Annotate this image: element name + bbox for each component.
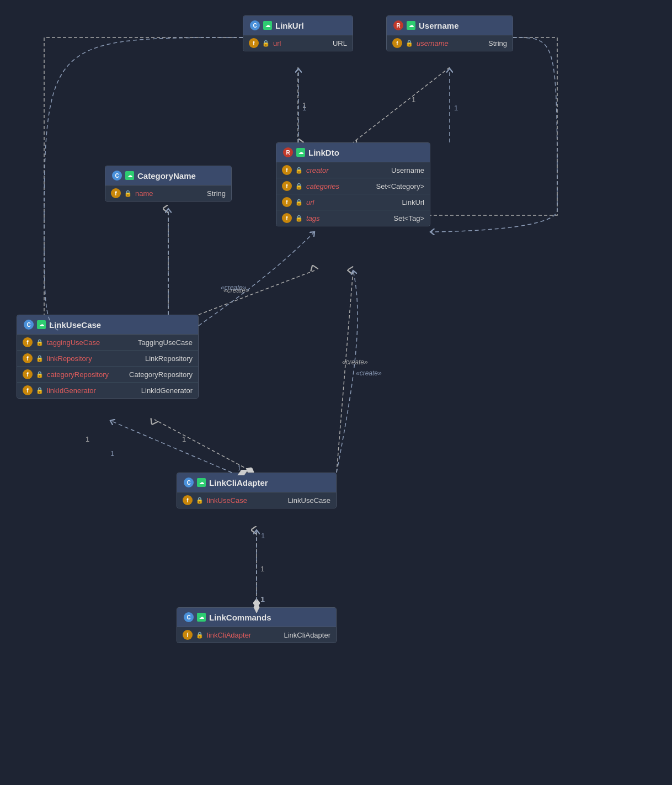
field-badge-f: f [111,188,121,198]
field-badge-f: f [23,353,33,363]
linkcli-badge-c: C [184,478,194,487]
field-type: LinkUrl [402,198,424,206]
linkusecase-badge-c: C [24,320,34,330]
field-type: LinkIdGenerator [141,386,193,395]
field-name: linkCliAdapter [207,631,251,639]
linkurl-body: f 🔒 url URL [243,35,353,51]
linkurl-box: C ☁ LinkUrl f 🔒 url URL [243,15,353,51]
field-type: Set<Tag> [393,214,424,222]
linkdto-field-categories: f 🔒 categories Set<Category> [276,178,430,194]
linkcommands-box: C ☁ LinkCommands f 🔒 linkCliAdapter Link… [177,607,337,643]
diagram-container: 1 1 «create» 1 1 «create» 1 1 C ☁ [0,0,672,785]
field-type: LinkCliAdapter [284,631,330,639]
svg-line-23 [110,421,232,473]
field-name: username [417,39,461,47]
field-lock: 🔒 [196,496,204,504]
linkusecase-field-idgen: f 🔒 linkIdGenerator LinkIdGenerator [17,383,198,398]
field-name: categories [306,182,350,190]
field-badge-f: f [282,213,292,223]
username-title: Username [419,21,459,30]
field-badge-f: f [183,495,193,505]
svg-text:1: 1 [110,449,114,458]
linkcli-title: LinkCliAdapter [209,478,268,487]
field-name: taggingUseCase [47,338,100,347]
svg-text:«create»: «create» [342,358,368,366]
linkcli-green-badge: ☁ [197,478,206,487]
field-type: Username [391,166,424,174]
linkcommands-badge-c: C [184,612,194,622]
linkdto-green-badge: ☁ [296,148,305,157]
field-name: linkIdGenerator [47,386,96,395]
linkurl-header: C ☁ LinkUrl [243,16,353,35]
field-type: CategoryRepository [129,370,193,379]
linkcommands-header: C ☁ LinkCommands [177,608,336,627]
linkusecase-field-linkrepo: f 🔒 linkRepository LinkRepository [17,351,198,367]
linkusecase-header: C ☁ LinkUseCase [17,315,198,335]
svg-text:1: 1 [86,435,89,443]
linkusecase-body: f 🔒 taggingUseCase TaggingUseCase f 🔒 li… [17,335,198,398]
field-type: LinkRepository [145,354,193,363]
field-badge-f: f [282,197,292,207]
categoryname-header: C ☁ CategoryName [105,166,231,185]
linkusecase-box: C ☁ LinkUseCase f 🔒 taggingUseCase Taggi… [17,315,199,399]
categoryname-field-name: f 🔒 name String [105,185,231,201]
svg-text:«create»: «create» [221,284,247,291]
username-badge-r: R [393,20,403,30]
svg-line-3 [353,67,450,142]
field-badge-f: f [183,630,193,640]
field-lock: 🔒 [262,39,270,47]
field-name: name [135,189,179,198]
linkcli-header: C ☁ LinkCliAdapter [177,473,336,492]
linkdto-body: f 🔒 creator Username f 🔒 categories Set<… [276,162,430,226]
linkdto-title: LinkDto [308,148,339,157]
categoryname-green-badge: ☁ [125,171,134,180]
field-badge-f: f [249,38,259,48]
svg-text:1: 1 [302,104,306,112]
field-type: LinkUseCase [288,496,330,505]
linkurl-title: LinkUrl [275,21,304,30]
username-header: R ☁ Username [387,16,513,35]
field-badge-f: f [282,165,292,175]
field-lock: 🔒 [36,370,44,378]
field-lock: 🔒 [196,631,204,639]
field-lock: 🔒 [295,182,303,190]
linkusecase-field-categoryrepo: f 🔒 categoryRepository CategoryRepositor… [17,367,198,383]
username-body: f 🔒 username String [387,35,513,51]
linkcli-field-usecase: f 🔒 linkUseCase LinkUseCase [177,492,336,508]
svg-text:1: 1 [182,435,186,443]
username-field-username: f 🔒 username String [387,35,513,51]
svg-text:1: 1 [237,464,241,472]
linkcommands-body: f 🔒 linkCliAdapter LinkCliAdapter [177,627,336,643]
field-name: url [306,198,350,206]
field-name: creator [306,166,350,174]
categoryname-title: CategoryName [137,171,196,181]
linkurl-badge-c: C [250,20,260,30]
linkcommands-field-adapter: f 🔒 linkCliAdapter LinkCliAdapter [177,627,336,643]
svg-text:«create»: «create» [223,287,249,294]
field-type: String [207,189,226,198]
field-lock: 🔒 [36,354,44,362]
linkurl-field-url: f 🔒 url URL [243,35,353,51]
linkcommands-title: LinkCommands [209,613,271,622]
linkusecase-field-tagging: f 🔒 taggingUseCase TaggingUseCase [17,335,198,351]
linkdto-badge-r: R [283,147,293,157]
categoryname-box: C ☁ CategoryName f 🔒 name String [105,166,232,201]
field-badge-f: f [392,38,402,48]
username-box: R ☁ Username f 🔒 username String [386,15,513,51]
linkdto-field-tags: f 🔒 tags Set<Tag> [276,210,430,226]
field-type: URL [333,39,347,47]
field-lock: 🔒 [36,338,44,346]
field-name: linkRepository [47,354,92,363]
field-type: String [488,39,507,47]
field-lock: 🔒 [406,39,413,47]
categoryname-badge-c: C [112,171,122,181]
field-name: tags [306,214,350,222]
field-lock: 🔒 [295,198,303,206]
field-type: Set<Category> [376,182,424,190]
username-green-badge: ☁ [407,21,415,30]
svg-text:«create»: «create» [356,369,382,377]
linkcommands-green-badge: ☁ [197,613,206,622]
categoryname-body: f 🔒 name String [105,185,231,201]
field-lock: 🔒 [295,166,303,174]
field-badge-f: f [23,337,33,347]
